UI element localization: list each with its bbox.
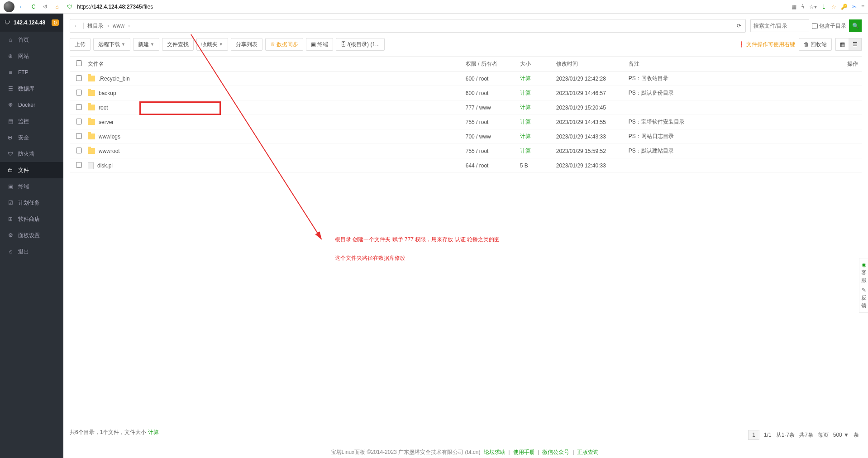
- sidebar-item-13[interactable]: ⎋退出: [0, 243, 63, 260]
- download-icon[interactable]: ⭣: [821, 4, 827, 10]
- sidebar-icon: 🛡: [7, 151, 14, 157]
- table-row[interactable]: wwwlogs700 / www计算2023/01/29 14:43:33PS：…: [70, 129, 862, 144]
- row-checkbox[interactable]: [76, 133, 82, 139]
- calc-link[interactable]: 计算: [520, 104, 531, 110]
- sidebar-icon: ⚙: [7, 232, 14, 239]
- footer-link[interactable]: 正版查询: [577, 449, 599, 455]
- table-row[interactable]: wwwroot755 / root计算2023/01/29 15:59:52PS…: [70, 144, 862, 158]
- terminal-button[interactable]: ▣ 终端: [306, 38, 333, 51]
- row-checkbox[interactable]: [76, 119, 82, 124]
- search-input[interactable]: [750, 19, 809, 32]
- folder-icon: [88, 148, 95, 154]
- col-time[interactable]: 修改时间: [556, 60, 629, 68]
- grid-view-icon[interactable]: ▦: [836, 38, 849, 50]
- sidebar-icon: ⊕: [7, 53, 14, 59]
- file-name[interactable]: disk.pl: [97, 162, 113, 169]
- disk-button[interactable]: 🗄 /(根目录) (1...: [336, 38, 385, 51]
- crumb-back-icon[interactable]: ←: [70, 23, 84, 29]
- col-name[interactable]: 文件名: [88, 60, 466, 68]
- remote-download-button[interactable]: 远程下载▼: [93, 38, 130, 51]
- recycle-button[interactable]: 🗑 回收站: [799, 38, 832, 51]
- file-perm: 755 / root: [466, 148, 520, 154]
- sidebar-item-2[interactable]: ≡FTP: [0, 64, 63, 81]
- calc-link[interactable]: 计算: [520, 148, 531, 154]
- row-checkbox[interactable]: [76, 104, 82, 110]
- sidebar-item-3[interactable]: ☰数据库: [0, 81, 63, 97]
- menu-icon[interactable]: ≡: [861, 4, 864, 10]
- sidebar-item-9[interactable]: ▣终端: [0, 178, 63, 195]
- row-checkbox[interactable]: [76, 162, 82, 168]
- sidebar-item-11[interactable]: ⊞软件商店: [0, 211, 63, 227]
- favorites-button[interactable]: 收藏夹▼: [196, 38, 228, 51]
- file-name[interactable]: .Recycle_bin: [99, 76, 130, 82]
- crumb-www[interactable]: www: [109, 23, 128, 29]
- scissors-icon[interactable]: ✂: [852, 4, 857, 10]
- fav-icon[interactable]: ☆: [831, 4, 836, 10]
- star-icon[interactable]: ☆▾: [809, 4, 817, 10]
- new-button[interactable]: 新建▼: [133, 38, 159, 51]
- avatar[interactable]: [4, 1, 14, 12]
- calc-link[interactable]: 计算: [520, 119, 531, 125]
- file-name[interactable]: root: [99, 105, 108, 111]
- file-name[interactable]: server: [99, 119, 114, 125]
- footer-link[interactable]: 微信公众号: [542, 449, 569, 455]
- perpage-select[interactable]: 500 ▼: [833, 432, 849, 438]
- calc-link[interactable]: 计算: [520, 133, 531, 139]
- sidebar-item-5[interactable]: ▤监控: [0, 113, 63, 129]
- notification-badge[interactable]: 0: [52, 19, 59, 26]
- search-button[interactable]: 🔍: [849, 19, 862, 32]
- table-row[interactable]: backup600 / root计算2023/01/29 14:46:57PS：…: [70, 86, 862, 100]
- sidebar-item-0[interactable]: ⌂首页: [0, 32, 63, 48]
- sidebar-label: 数据库: [18, 85, 34, 93]
- key-icon[interactable]: 🔑: [841, 4, 848, 10]
- sidebar-icon: ⊞: [7, 216, 14, 222]
- file-name[interactable]: backup: [99, 90, 116, 96]
- file-name[interactable]: wwwroot: [99, 148, 120, 154]
- row-checkbox[interactable]: [76, 148, 82, 153]
- sidebar-item-6[interactable]: ⛨安全: [0, 129, 63, 146]
- sidebar-item-10[interactable]: ☑计划任务: [0, 195, 63, 211]
- sidebar-item-1[interactable]: ⊕网站: [0, 48, 63, 64]
- col-size[interactable]: 大小: [520, 60, 556, 68]
- list-view-icon[interactable]: ☰: [849, 38, 861, 50]
- file-search-button[interactable]: 文件查找: [162, 38, 194, 51]
- table-row[interactable]: root777 / www计算2023/01/29 15:20:45: [70, 100, 862, 115]
- sidebar-header: 🛡 142.4.124.48 0: [0, 14, 63, 32]
- back-icon[interactable]: ←: [17, 2, 26, 11]
- upload-button[interactable]: 上传: [70, 38, 91, 51]
- home-icon[interactable]: ⌂: [52, 2, 62, 11]
- col-perm[interactable]: 权限 / 所有者: [466, 60, 520, 68]
- flash-icon[interactable]: ϟ: [801, 4, 805, 10]
- table-row[interactable]: server755 / root计算2023/01/29 14:43:55PS：…: [70, 115, 862, 129]
- breadcrumb: ← 根目录 › www › ⟳: [70, 19, 746, 33]
- footer-link[interactable]: 论坛求助: [484, 449, 506, 455]
- qr-icon[interactable]: ▦: [792, 4, 796, 10]
- select-all-checkbox[interactable]: [76, 60, 82, 66]
- calc-link[interactable]: 计算: [520, 75, 531, 81]
- sidebar-item-12[interactable]: ⚙面板设置: [0, 227, 63, 243]
- calc-link[interactable]: 计算: [148, 429, 159, 435]
- calc-link[interactable]: 计算: [520, 90, 531, 96]
- footer-link[interactable]: 使用手册: [513, 449, 535, 455]
- float-sidebar[interactable]: ◉ 客服 ✎ 反馈: [859, 258, 868, 313]
- url-bar[interactable]: https://142.4.124.48:27345/files: [77, 4, 153, 10]
- sidebar-item-8[interactable]: 🗀文件: [0, 162, 63, 178]
- include-subdir-checkbox[interactable]: 包含子目录: [812, 22, 846, 30]
- sidebar-item-7[interactable]: 🛡防火墙: [0, 146, 63, 162]
- shield-icon: 🛡: [5, 19, 10, 26]
- table-row[interactable]: .Recycle_bin600 / root计算2023/01/29 12:42…: [70, 72, 862, 86]
- table-row[interactable]: disk.pl644 / root5 B2023/01/29 12:40:33: [70, 158, 862, 173]
- share-list-button[interactable]: 分享列表: [231, 38, 262, 51]
- file-name[interactable]: wwwlogs: [99, 134, 120, 140]
- row-checkbox[interactable]: [76, 75, 82, 81]
- data-sync-button[interactable]: ♕ 数据同步: [265, 38, 303, 51]
- refresh-icon[interactable]: ⟳: [732, 23, 745, 29]
- page-current[interactable]: 1: [748, 430, 759, 440]
- reload-icon[interactable]: C: [29, 2, 38, 11]
- file-perm: 600 / root: [466, 90, 520, 96]
- restore-icon[interactable]: ↺: [41, 2, 50, 11]
- crumb-root[interactable]: 根目录: [84, 22, 107, 30]
- row-checkbox[interactable]: [76, 90, 82, 95]
- server-ip: 142.4.124.48: [14, 19, 45, 26]
- sidebar-item-4[interactable]: ❋Docker: [0, 97, 63, 113]
